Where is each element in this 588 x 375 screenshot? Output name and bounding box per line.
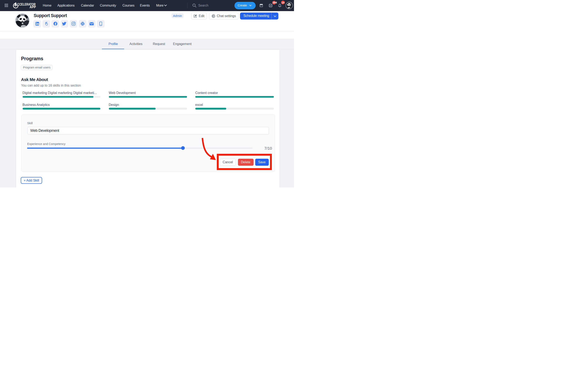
svg-text:APP: APP xyxy=(30,5,36,9)
